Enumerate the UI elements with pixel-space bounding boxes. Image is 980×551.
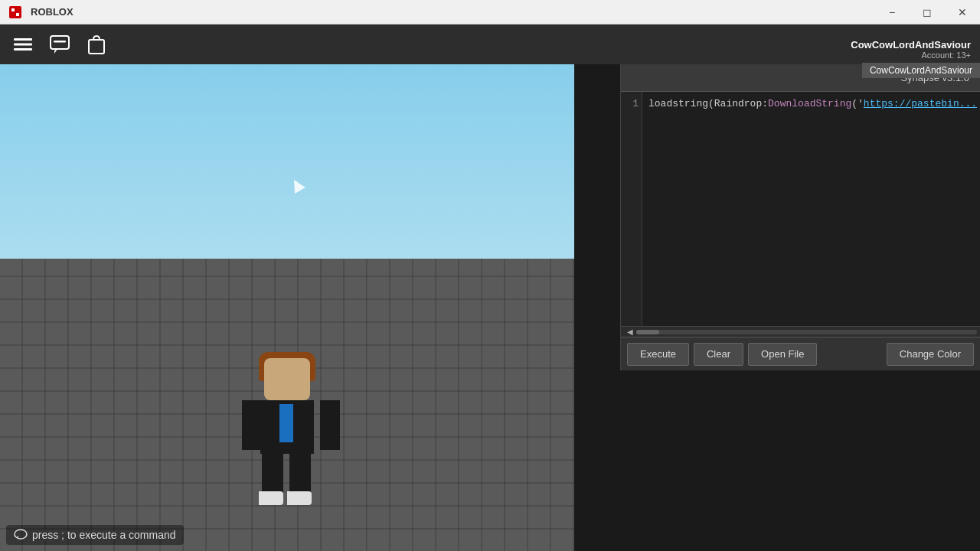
command-hint: press ; to execute a command [6,525,184,545]
chat-icon[interactable] [46,31,74,58]
maximize-button[interactable]: ◻ [910,0,945,24]
clear-button[interactable]: Clear [694,343,743,366]
sky-background [0,64,574,283]
char-shoe-left [259,491,283,505]
close-button[interactable]: ✕ [945,0,980,24]
code-editor[interactable]: 1 loadstring(Raindrop:DownloadString('ht… [621,92,980,326]
roblox-logo [5,2,26,23]
svg-rect-4 [14,44,32,46]
code-loadstring: loadstring(Raindrop: [648,98,768,109]
app-title: ROBLOX [31,6,874,18]
game-viewport: press ; to execute a command [0,64,574,551]
code-content[interactable]: loadstring(Raindrop:DownloadString('http… [642,92,980,326]
execute-button[interactable]: Execute [627,343,689,366]
open-file-button[interactable]: Open File [748,343,817,366]
change-color-button[interactable]: Change Color [887,343,974,366]
svg-rect-0 [9,6,21,18]
scroll-left-button[interactable]: ◀ [624,328,636,336]
svg-point-9 [15,530,27,539]
svg-rect-3 [14,38,32,41]
code-method: DownloadString [768,98,851,109]
toolbar: CowCowLordAndSaviour Account: 13+ CowCow… [0,24,980,64]
scrollbar-thumb[interactable] [636,330,659,334]
char-shoe-right [287,491,312,505]
bag-icon[interactable] [83,31,110,58]
code-paren: (' [851,98,864,109]
char-leg-right [289,450,311,496]
roblox-character [245,358,337,511]
svg-rect-8 [89,40,104,54]
line-numbers: 1 [621,92,642,326]
code-url: https://pastebin... [864,98,977,109]
account-age: Account: 13+ [851,51,971,60]
command-hint-text: press ; to execute a command [32,529,176,541]
minimize-button[interactable]: − [874,0,910,24]
scrollbar-area[interactable]: ◀ [621,326,980,337]
account-badge[interactable]: CowCowLordAndSaviour [862,63,980,78]
account-name: CowCowLordAndSaviour [851,39,971,51]
char-arm-left [242,400,262,450]
account-area: CowCowLordAndSaviour Account: 13+ CowCow… [841,24,980,89]
scrollbar-track[interactable] [636,330,977,334]
char-arm-right [320,400,340,450]
synapse-buttons: Execute Clear Open File Change Color [621,337,980,370]
window-controls: − ◻ ✕ [874,0,980,24]
svg-rect-2 [16,13,19,16]
synapse-panel: Synapse v3.1.0 1 loadstring(Raindrop:Dow… [620,64,980,370]
chat-bubble-icon [14,528,28,542]
char-leg-left [262,450,283,496]
char-shirt [279,404,293,442]
char-head [264,358,310,400]
svg-rect-5 [14,48,32,51]
svg-rect-7 [54,41,66,43]
svg-rect-1 [11,8,15,11]
account-info: CowCowLordAndSaviour Account: 13+ [841,36,980,63]
menu-icon[interactable] [9,31,37,58]
line-number-1: 1 [624,98,639,109]
titlebar: ROBLOX − ◻ ✕ [0,0,980,24]
